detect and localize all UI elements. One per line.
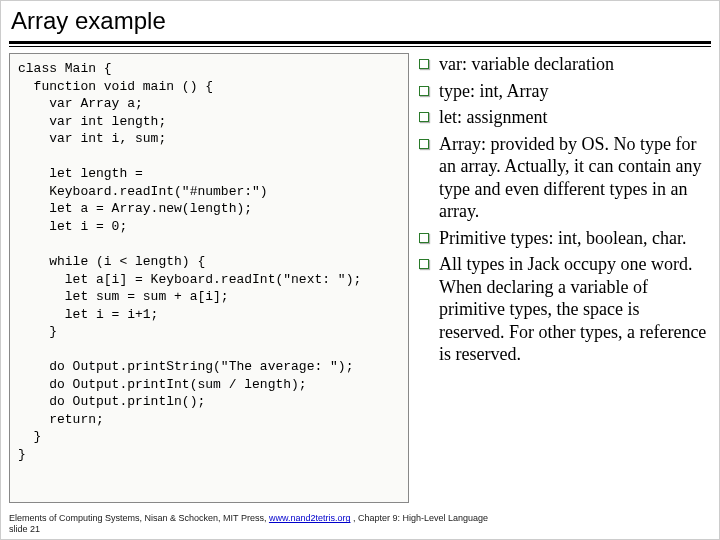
bullet-text: let: assignment: [439, 106, 547, 129]
slide-number: slide 21: [9, 524, 40, 534]
square-bullet-icon: [419, 259, 429, 269]
footer: Elements of Computing Systems, Nisan & S…: [9, 513, 711, 535]
square-bullet-icon: [419, 233, 429, 243]
divider-thin: [9, 46, 711, 47]
footer-link[interactable]: www.nand2tetris.org: [269, 513, 351, 523]
slide-title: Array example: [11, 7, 709, 35]
footer-suffix: , Chapter 9: High-Level Language: [350, 513, 488, 523]
title-bar: Array example: [1, 1, 719, 39]
divider-thick: [9, 41, 711, 44]
bullet-text: var: variable declaration: [439, 53, 614, 76]
list-item: let: assignment: [419, 106, 709, 129]
slide-body: class Main { function void main () { var…: [1, 53, 719, 503]
bullet-text: type: int, Array: [439, 80, 548, 103]
bullet-list: var: variable declaration type: int, Arr…: [417, 53, 711, 503]
code-block: class Main { function void main () { var…: [9, 53, 409, 503]
list-item: Array: provided by OS. No type for an ar…: [419, 133, 709, 223]
list-item: All types in Jack occupy one word. When …: [419, 253, 709, 366]
bullet-text: Primitive types: int, boolean, char.: [439, 227, 686, 250]
square-bullet-icon: [419, 59, 429, 69]
square-bullet-icon: [419, 139, 429, 149]
slide: Array example class Main { function void…: [0, 0, 720, 540]
list-item: var: variable declaration: [419, 53, 709, 76]
footer-prefix: Elements of Computing Systems, Nisan & S…: [9, 513, 269, 523]
bullet-text: Array: provided by OS. No type for an ar…: [439, 133, 709, 223]
list-item: type: int, Array: [419, 80, 709, 103]
bullet-text: All types in Jack occupy one word. When …: [439, 253, 709, 366]
square-bullet-icon: [419, 86, 429, 96]
list-item: Primitive types: int, boolean, char.: [419, 227, 709, 250]
square-bullet-icon: [419, 112, 429, 122]
